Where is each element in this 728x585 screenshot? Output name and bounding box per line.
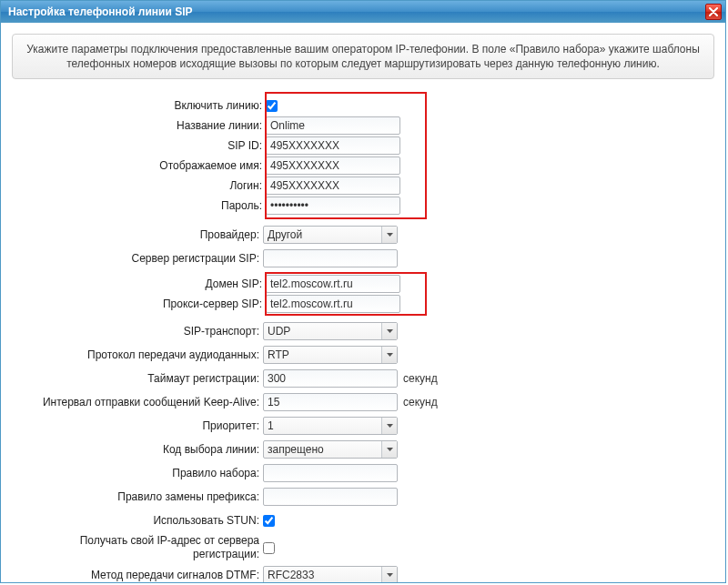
label-dtmf: Метод передачи сигналов DTMF: xyxy=(25,569,263,581)
linecode-value: запрещено xyxy=(264,443,381,456)
chevron-down-icon xyxy=(381,567,397,582)
label-audioproto: Протокол передачи аудиоданных: xyxy=(25,348,263,361)
sip-transport-select[interactable]: UDP xyxy=(263,322,398,340)
label-enable: Включить линию: xyxy=(27,99,266,112)
label-linecode: Код выбора линии: xyxy=(25,443,263,456)
help-text: Укажите параметры подключения предоставл… xyxy=(12,34,714,79)
line-name-input[interactable] xyxy=(266,116,400,135)
form: Включить линию: Название линии: SIP ID: … xyxy=(12,92,714,582)
label-transport: SIP-транспорт: xyxy=(25,325,263,338)
label-login: Логин: xyxy=(27,179,266,192)
label-sipid: SIP ID: xyxy=(27,139,266,152)
use-stun-checkbox[interactable] xyxy=(263,515,275,527)
dtmf-value: RFC2833 xyxy=(264,569,381,581)
label-name: Название линии: xyxy=(27,119,266,132)
dialog-body: Укажите параметры подключения предоставл… xyxy=(1,23,725,582)
transport-value: UDP xyxy=(264,325,381,338)
credentials-group: Включить линию: Название линии: SIP ID: … xyxy=(25,92,714,219)
chevron-down-icon xyxy=(381,418,397,434)
domain-proxy-group: Домен SIP: Прокси-сервер SIP: xyxy=(25,272,714,316)
provider-value: Другой xyxy=(264,228,381,241)
prefix-rule-input[interactable] xyxy=(263,488,398,506)
password-input[interactable] xyxy=(266,197,400,215)
label-display: Отображаемое имя: xyxy=(27,159,266,172)
close-icon xyxy=(709,7,718,16)
label-keepalive: Интервал отправки сообщений Keep-Alive: xyxy=(25,396,263,408)
label-password: Пароль: xyxy=(27,199,266,212)
label-regserver: Сервер регистрации SIP: xyxy=(25,252,263,265)
display-name-input[interactable] xyxy=(266,156,400,175)
label-provider: Провайдер: xyxy=(25,228,263,241)
titlebar: Настройка телефонной линии SIP xyxy=(1,1,725,23)
label-proxy: Прокси-сервер SIP: xyxy=(27,298,266,310)
dtmf-select[interactable]: RFC2833 xyxy=(263,566,398,582)
line-code-select[interactable]: запрещено xyxy=(263,440,398,459)
label-priority: Приоритет: xyxy=(25,419,263,432)
audioproto-value: RTP xyxy=(264,348,381,361)
dialog-window: Настройка телефонной линии SIP Укажите п… xyxy=(0,0,726,583)
chevron-down-icon xyxy=(381,323,397,339)
keep-alive-input[interactable] xyxy=(263,393,398,411)
login-input[interactable] xyxy=(266,177,400,195)
chevron-down-icon xyxy=(381,227,397,243)
reg-timeout-input[interactable] xyxy=(263,369,398,388)
provider-select[interactable]: Другой xyxy=(263,226,398,244)
dial-rule-input[interactable] xyxy=(263,464,398,482)
priority-select[interactable]: 1 xyxy=(263,417,398,435)
seconds-label: секунд xyxy=(403,396,458,408)
seconds-label: секунд xyxy=(403,372,458,385)
sip-domain-input[interactable] xyxy=(266,275,400,293)
label-regtimeout: Таймаут регистрации: xyxy=(25,372,263,385)
label-ipfromreg: Получать свой IP-адрес от сервера регист… xyxy=(25,534,263,561)
audio-proto-select[interactable]: RTP xyxy=(263,346,398,364)
enable-line-checkbox[interactable] xyxy=(266,100,278,112)
close-button[interactable] xyxy=(705,4,722,20)
label-prefixrule: Правило замены префикса: xyxy=(25,490,263,503)
reg-server-input[interactable] xyxy=(263,249,398,267)
priority-value: 1 xyxy=(264,419,381,432)
ip-from-reg-checkbox[interactable] xyxy=(263,542,275,554)
chevron-down-icon xyxy=(381,441,397,458)
label-dialrule: Правило набора: xyxy=(25,467,263,479)
window-title: Настройка телефонной линии SIP xyxy=(8,5,705,18)
sip-id-input[interactable] xyxy=(266,136,400,155)
label-usestun: Использовать STUN: xyxy=(25,514,263,527)
sip-proxy-input[interactable] xyxy=(266,295,400,313)
chevron-down-icon xyxy=(381,347,397,363)
label-domain: Домен SIP: xyxy=(27,277,266,290)
